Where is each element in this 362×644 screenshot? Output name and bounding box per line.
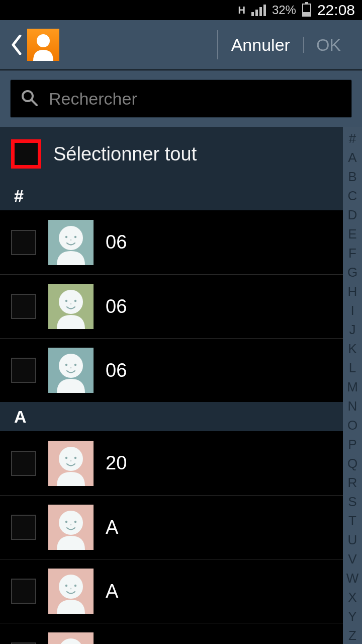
index-letter[interactable]: N	[348, 396, 357, 416]
section-header: A	[0, 402, 343, 431]
search-area	[0, 70, 362, 127]
contact-checkbox[interactable]	[11, 230, 36, 255]
index-letter[interactable]: O	[347, 416, 357, 435]
search-icon	[21, 89, 38, 108]
svg-point-0	[37, 34, 50, 47]
index-letter[interactable]: J	[349, 320, 356, 339]
contact-name: 20	[106, 452, 127, 474]
chevron-left-icon	[10, 35, 22, 55]
contact-checkbox[interactable]	[11, 451, 36, 476]
network-type: H	[238, 5, 245, 16]
index-letter[interactable]: C	[348, 186, 357, 205]
search-input[interactable]	[49, 89, 341, 109]
contact-row[interactable]: A	[0, 559, 343, 623]
contacts-list[interactable]: Sélectionner tout #060606A20AAA	[0, 127, 343, 644]
index-letter[interactable]: K	[348, 339, 356, 358]
select-all-checkbox[interactable]	[11, 139, 41, 169]
index-letter[interactable]: D	[348, 205, 357, 224]
index-letter[interactable]: U	[348, 530, 357, 549]
index-letter[interactable]: M	[347, 377, 358, 396]
battery-percent: 32%	[272, 3, 296, 17]
alpha-index-bar[interactable]: #ABCDEFGHIJKLMNOPQRSTUVWXYZ	[343, 127, 362, 644]
avatar	[48, 284, 94, 329]
contact-row[interactable]: 20	[0, 431, 343, 495]
avatar	[48, 348, 94, 393]
contact-name: A	[106, 517, 118, 538]
index-letter[interactable]: R	[348, 473, 357, 492]
avatar	[48, 505, 94, 550]
contact-checkbox[interactable]	[11, 294, 36, 319]
contact-row[interactable]: A	[0, 623, 343, 644]
index-letter[interactable]: G	[347, 263, 357, 282]
contact-name: 06	[106, 296, 127, 317]
contacts-app-icon	[27, 29, 59, 61]
select-all-row[interactable]: Sélectionner tout	[0, 127, 343, 181]
contact-name: 06	[106, 231, 127, 253]
index-letter[interactable]: A	[348, 148, 356, 167]
search-field[interactable]	[10, 79, 352, 118]
index-letter[interactable]: W	[346, 569, 359, 588]
index-letter[interactable]: Y	[348, 607, 356, 626]
index-letter[interactable]: X	[348, 588, 356, 607]
index-letter[interactable]: T	[348, 511, 356, 530]
index-letter[interactable]: L	[349, 358, 356, 377]
back-button[interactable]	[8, 32, 24, 57]
contact-row[interactable]: A	[0, 495, 343, 559]
contact-checkbox[interactable]	[11, 515, 36, 540]
contact-checkbox[interactable]	[11, 579, 36, 604]
index-letter[interactable]: B	[348, 167, 356, 186]
avatar	[48, 632, 94, 644]
index-letter[interactable]: Q	[347, 454, 357, 473]
signal-icon	[251, 5, 266, 16]
index-letter[interactable]: E	[348, 224, 356, 244]
contact-row[interactable]: 06	[0, 274, 343, 338]
battery-icon	[302, 4, 311, 17]
status-bar: H 32% 22:08	[0, 0, 362, 20]
index-letter[interactable]: S	[348, 492, 356, 511]
ok-button[interactable]: OK	[303, 35, 354, 55]
index-letter[interactable]: Z	[348, 626, 356, 644]
contact-row[interactable]: 06	[0, 210, 343, 274]
avatar	[48, 220, 94, 265]
contact-row[interactable]: 06	[0, 338, 343, 402]
avatar	[48, 569, 94, 614]
index-letter[interactable]: P	[348, 435, 356, 454]
index-letter[interactable]: F	[348, 244, 356, 263]
cancel-button[interactable]: Annuler	[218, 35, 303, 55]
index-letter[interactable]: I	[350, 301, 354, 320]
section-header: #	[0, 181, 343, 210]
contact-name: 06	[106, 360, 127, 381]
contact-name: A	[106, 581, 118, 602]
svg-line-2	[32, 100, 37, 105]
contact-checkbox[interactable]	[11, 358, 36, 383]
clock: 22:08	[317, 2, 355, 19]
index-letter[interactable]: #	[349, 129, 356, 148]
avatar	[48, 441, 94, 486]
app-header: Annuler OK	[0, 20, 362, 70]
select-all-label: Sélectionner tout	[53, 143, 197, 165]
index-letter[interactable]: H	[348, 282, 357, 301]
index-letter[interactable]: V	[348, 549, 356, 569]
